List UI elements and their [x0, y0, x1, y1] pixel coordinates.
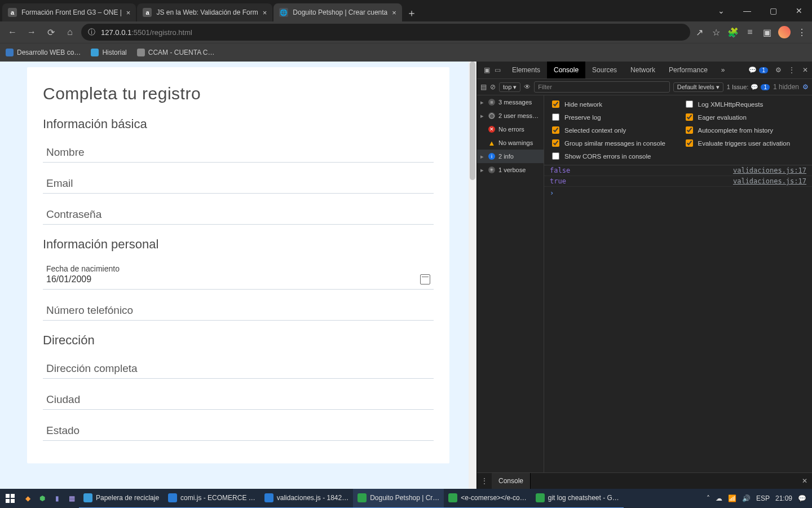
- sidebar-user-messages[interactable]: ▸◯2 user mess…: [477, 109, 544, 122]
- chk-selected-context[interactable]: Selected context only: [550, 125, 673, 135]
- sidebar-messages[interactable]: ▸≡3 messages: [477, 95, 544, 109]
- email-field[interactable]: Email: [43, 177, 434, 194]
- drawer-close-icon[interactable]: ✕: [797, 477, 812, 485]
- bookmark-item[interactable]: Historial: [91, 49, 126, 56]
- home-button[interactable]: ⌂: [62, 24, 78, 40]
- side-panel-icon[interactable]: ▣: [761, 27, 773, 38]
- tab-3-active[interactable]: 🌐 Doguito Petshop | Crear cuenta ×: [273, 3, 401, 21]
- console-line[interactable]: false validaciones.js:17: [544, 165, 812, 176]
- device-toggle-icon[interactable]: ▭: [495, 66, 501, 74]
- address-field[interactable]: Dirección completa: [43, 362, 434, 379]
- state-field[interactable]: Estado: [43, 424, 434, 441]
- chk-hide-network[interactable]: Hide network: [550, 99, 673, 110]
- tab-sources[interactable]: Sources: [585, 62, 624, 78]
- forward-button[interactable]: →: [24, 24, 39, 40]
- tray-language[interactable]: ESP: [756, 494, 770, 502]
- devtools-settings-icon[interactable]: ⚙: [771, 62, 785, 78]
- phone-field[interactable]: Número telefónico: [43, 304, 434, 321]
- address-bar[interactable]: ⓘ 127.0.0.1:5501/registro.html: [81, 24, 690, 41]
- reload-button[interactable]: ⟳: [43, 24, 59, 40]
- inspect-icon[interactable]: ▣: [484, 66, 490, 74]
- taskbar-app[interactable]: comi.js - ECOMERCE …: [164, 488, 260, 508]
- clear-console-icon[interactable]: ⊘: [490, 83, 496, 91]
- close-icon[interactable]: ×: [392, 8, 396, 17]
- devtools-menu-icon[interactable]: ⋮: [785, 62, 798, 78]
- tab-overflow-icon[interactable]: ⌄: [708, 0, 734, 21]
- taskbar-pin-icon[interactable]: ◆: [20, 494, 35, 502]
- tab-performance[interactable]: Performance: [662, 62, 714, 78]
- taskbar-app[interactable]: <e-comerse></e-co…: [444, 488, 531, 508]
- taskbar-app[interactable]: Papelera de reciclaje: [79, 488, 164, 508]
- console-sidebar-toggle-icon[interactable]: ▤: [480, 83, 487, 91]
- devtools-drawer: ⋮ Console ✕: [477, 472, 812, 489]
- profile-avatar[interactable]: [778, 26, 791, 38]
- close-icon[interactable]: ×: [263, 8, 267, 17]
- sidebar-errors[interactable]: ✕No errors: [477, 122, 544, 136]
- drawer-menu-icon[interactable]: ⋮: [477, 477, 492, 485]
- bookmark-item[interactable]: CCAM - CUENTA C…: [137, 49, 215, 56]
- tab-elements[interactable]: Elements: [505, 62, 547, 78]
- close-window-button[interactable]: ✕: [786, 0, 812, 21]
- console-prompt[interactable]: ›: [544, 187, 812, 199]
- extensions-icon[interactable]: 🧩: [727, 27, 739, 38]
- taskbar-app[interactable]: validaciones.js - 1842…: [260, 488, 353, 508]
- tab-more[interactable]: »: [714, 62, 732, 78]
- live-expression-icon[interactable]: 👁: [524, 83, 531, 91]
- tab-1[interactable]: a Formación Front End G3 – ONE | ×: [2, 3, 136, 21]
- chrome-menu-icon[interactable]: ⋮: [796, 27, 807, 38]
- console-source-link[interactable]: validaciones.js:17: [733, 167, 806, 174]
- sidebar-verbose[interactable]: ▸✳1 verbose: [477, 163, 544, 177]
- tray-wifi-icon[interactable]: 📶: [728, 494, 736, 502]
- tab-2[interactable]: a JS en la Web: Validación de Form ×: [137, 3, 272, 21]
- taskbar-app[interactable]: git log cheatsheet - G…: [531, 488, 624, 508]
- tray-notifications-icon[interactable]: 💬: [798, 494, 806, 502]
- chk-group-similar[interactable]: Group similar messages in console: [550, 138, 673, 148]
- password-field[interactable]: Contraseña: [43, 208, 434, 225]
- tab-network[interactable]: Network: [624, 62, 662, 78]
- name-field[interactable]: Nombre: [43, 146, 434, 163]
- tray-cloud-icon[interactable]: ☁: [716, 494, 722, 502]
- console-source-link[interactable]: validaciones.js:17: [733, 177, 806, 185]
- context-selector[interactable]: top ▾: [499, 82, 520, 92]
- close-icon[interactable]: ×: [126, 8, 131, 17]
- drawer-console-tab[interactable]: Console: [492, 473, 531, 489]
- bookmark-item[interactable]: Desarrollo WEB co…: [6, 49, 81, 56]
- minimize-button[interactable]: —: [734, 0, 760, 21]
- city-field[interactable]: Ciudad: [43, 393, 434, 410]
- taskbar-pin-icon[interactable]: ▦: [64, 494, 79, 502]
- tray-clock[interactable]: 21:09: [775, 494, 792, 502]
- dob-field[interactable]: Fecha de nacimiento 16/01/2009: [43, 264, 434, 290]
- console-filter-input[interactable]: Filter: [534, 81, 669, 93]
- taskbar-app-active[interactable]: Doguito Petshop | Cr…: [353, 488, 444, 508]
- chk-show-cors[interactable]: Show CORS errors in console: [550, 151, 806, 161]
- sidebar-info[interactable]: ▸i2 info: [477, 150, 544, 163]
- taskbar-pin-icon[interactable]: ⬢: [35, 494, 50, 502]
- maximize-button[interactable]: ▢: [760, 0, 786, 21]
- issues-indicator[interactable]: 1 Issue:💬1: [727, 84, 770, 91]
- share-icon[interactable]: ↗: [694, 27, 705, 38]
- site-info-icon[interactable]: ⓘ: [88, 27, 95, 37]
- console-settings-icon[interactable]: ⚙: [802, 83, 809, 91]
- chk-log-xhr[interactable]: Log XMLHttpRequests: [683, 99, 807, 110]
- chk-eval-triggers[interactable]: Evaluate triggers user activation: [683, 138, 807, 148]
- chk-autocomplete[interactable]: Autocomplete from history: [683, 125, 807, 135]
- console-line[interactable]: true validaciones.js:17: [544, 176, 812, 187]
- page-scrollbar[interactable]: [469, 62, 476, 489]
- tab-console[interactable]: Console: [547, 62, 585, 78]
- chk-preserve-log[interactable]: Preserve log: [550, 112, 673, 122]
- scroll-thumb[interactable]: [470, 62, 475, 180]
- new-tab-button[interactable]: ＋: [403, 5, 420, 21]
- feedback-badge[interactable]: 💬1: [745, 62, 771, 78]
- devtools-close-icon[interactable]: ✕: [798, 62, 812, 78]
- start-button[interactable]: [0, 494, 20, 503]
- sidebar-warnings[interactable]: ▲No warnings: [477, 136, 544, 150]
- log-levels-selector[interactable]: Default levels ▾: [673, 82, 723, 92]
- back-button[interactable]: ←: [5, 24, 20, 40]
- chk-eager-eval[interactable]: Eager evaluation: [683, 112, 807, 122]
- taskbar-pin-icon[interactable]: ▮: [50, 494, 64, 502]
- tray-chevron-icon[interactable]: ˄: [707, 494, 710, 502]
- calendar-icon[interactable]: [420, 274, 430, 284]
- tray-volume-icon[interactable]: 🔊: [742, 494, 751, 502]
- reading-list-icon[interactable]: ≡: [744, 27, 756, 38]
- bookmark-star-icon[interactable]: ☆: [710, 27, 722, 38]
